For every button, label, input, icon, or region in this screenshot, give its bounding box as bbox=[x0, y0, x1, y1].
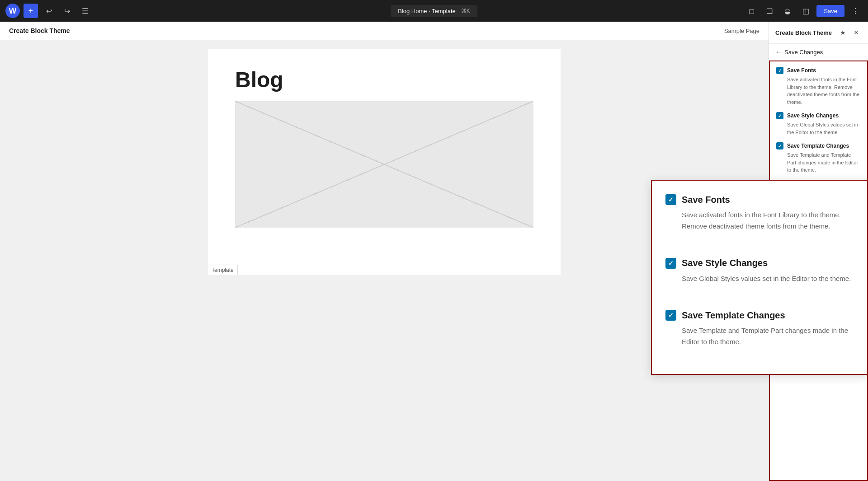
image-placeholder bbox=[235, 101, 533, 228]
panel-close-button[interactable]: ✕ bbox=[851, 27, 862, 38]
redo-button[interactable]: ↪ bbox=[60, 4, 74, 18]
panel-back-row[interactable]: ← Save Changes bbox=[769, 44, 868, 61]
toolbar: W + ↩ ↪ ☰ Blog Home · Template ⌘K ◻ ❑ ◒ … bbox=[0, 0, 868, 22]
zoomed-save-fonts-option: Save Fonts Save activated fonts in the F… bbox=[665, 194, 854, 232]
panel-header-icons: ★ ✕ bbox=[837, 27, 862, 38]
zoomed-save-fonts-checkbox[interactable] bbox=[665, 194, 676, 205]
canvas-app-title: Create Block Theme bbox=[9, 27, 70, 34]
toolbar-title-area: Blog Home · Template ⌘K bbox=[391, 5, 477, 17]
canvas-content: Blog Template bbox=[208, 49, 561, 275]
save-style-checkbox[interactable] bbox=[776, 112, 783, 119]
toolbar-right: ◻ ❑ ◒ ◫ Save ⋮ bbox=[744, 4, 863, 18]
option-save-style: Save Style Changes Save Global Styles va… bbox=[776, 112, 861, 136]
zoomed-save-fonts-header: Save Fonts bbox=[665, 194, 854, 205]
expand-button[interactable]: ❑ bbox=[762, 4, 777, 18]
zoomed-save-template-option: Save Template Changes Save Template and … bbox=[665, 310, 854, 348]
toolbar-shortcut: ⌘K bbox=[461, 8, 470, 14]
more-options-button[interactable]: ⋮ bbox=[848, 4, 863, 18]
save-style-title: Save Style Changes bbox=[787, 112, 839, 119]
zoomed-save-fonts-desc: Save activated fonts in the Font Library… bbox=[665, 210, 854, 232]
add-button[interactable]: + bbox=[24, 4, 38, 18]
template-label: Template bbox=[208, 265, 238, 275]
save-fonts-title: Save Fonts bbox=[787, 67, 816, 74]
zoomed-save-template-desc: Save Template and Template Part changes … bbox=[665, 325, 854, 348]
wp-logo: W bbox=[5, 4, 20, 18]
back-arrow-icon: ← bbox=[775, 48, 782, 56]
list-view-button[interactable]: ☰ bbox=[78, 4, 92, 18]
zoomed-save-style-desc: Save Global Styles values set in the Edi… bbox=[665, 273, 854, 285]
option-save-template: Save Template Changes Save Template and … bbox=[776, 142, 861, 174]
style-toggle-button[interactable]: ◒ bbox=[780, 4, 795, 18]
plugin-panel-header: Create Block Theme ★ ✕ bbox=[769, 22, 868, 44]
plugin-panel-title: Create Block Theme bbox=[775, 29, 832, 36]
toolbar-title: Blog Home · Template bbox=[398, 8, 456, 14]
zoomed-save-fonts-title: Save Fonts bbox=[682, 195, 730, 205]
zoomed-save-style-option: Save Style Changes Save Global Styles va… bbox=[665, 258, 854, 285]
divider-1 bbox=[665, 245, 854, 245]
save-fonts-checkbox[interactable] bbox=[776, 67, 783, 74]
divider-2 bbox=[665, 297, 854, 297]
zoomed-save-style-header: Save Style Changes bbox=[665, 258, 854, 269]
save-template-checkbox[interactable] bbox=[776, 142, 783, 149]
option-save-fonts-header: Save Fonts bbox=[776, 67, 861, 74]
save-template-desc: Save Template and Template Part changes … bbox=[776, 151, 861, 174]
panel-star-button[interactable]: ★ bbox=[837, 27, 848, 38]
save-template-title: Save Template Changes bbox=[787, 143, 849, 149]
zoomed-save-template-title: Save Template Changes bbox=[682, 310, 785, 321]
sidebar-toggle-button[interactable]: ◫ bbox=[798, 4, 813, 18]
canvas-header: Create Block Theme Sample Page bbox=[0, 22, 769, 40]
view-toggle-button[interactable]: ◻ bbox=[744, 4, 759, 18]
save-button[interactable]: Save bbox=[816, 5, 844, 17]
zoomed-save-template-header: Save Template Changes bbox=[665, 310, 854, 321]
canvas-page-label: Sample Page bbox=[724, 28, 760, 34]
option-save-fonts: Save Fonts Save activated fonts in the F… bbox=[776, 67, 861, 106]
zoomed-save-style-checkbox[interactable] bbox=[665, 258, 676, 269]
zoomed-save-style-title: Save Style Changes bbox=[682, 258, 768, 268]
blog-heading: Blog bbox=[208, 49, 561, 101]
zoomed-panel: Save Fonts Save activated fonts in the F… bbox=[651, 180, 868, 375]
main-area: Create Block Theme Sample Page Blog Temp… bbox=[0, 22, 868, 481]
save-fonts-desc: Save activated fonts in the Font Library… bbox=[776, 76, 861, 106]
toolbar-center: Blog Home · Template ⌘K bbox=[391, 5, 477, 17]
option-save-style-header: Save Style Changes bbox=[776, 112, 861, 119]
zoomed-save-template-checkbox[interactable] bbox=[665, 310, 676, 321]
save-style-desc: Save Global Styles values set in the Edi… bbox=[776, 121, 861, 136]
option-save-template-header: Save Template Changes bbox=[776, 142, 861, 149]
undo-button[interactable]: ↩ bbox=[42, 4, 56, 18]
back-label: Save Changes bbox=[784, 49, 823, 56]
